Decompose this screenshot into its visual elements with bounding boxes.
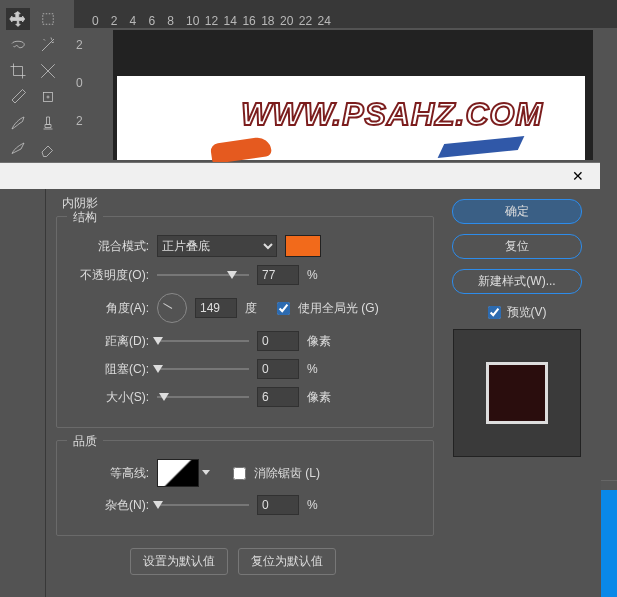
angle-unit: 度 [245, 300, 269, 317]
ruler-tick: 18 [261, 14, 280, 28]
noise-label: 杂色(N): [65, 497, 149, 514]
spread-slider[interactable] [157, 362, 249, 376]
brush-tool[interactable] [6, 112, 30, 134]
angle-label: 角度(A): [65, 300, 149, 317]
angle-input[interactable] [195, 298, 237, 318]
blue-shape [438, 136, 525, 158]
move-tool[interactable] [6, 8, 30, 30]
ruler-tick: 2 [111, 14, 130, 28]
history-brush-tool[interactable] [6, 138, 30, 160]
size-slider[interactable] [157, 390, 249, 404]
preview-checkbox[interactable] [488, 306, 501, 319]
size-input[interactable] [257, 387, 299, 407]
ruler-tick: 2 [76, 38, 83, 52]
svg-rect-0 [43, 14, 54, 25]
ruler-tick: 14 [224, 14, 243, 28]
ruler-tick: 4 [130, 14, 149, 28]
left-style-list [0, 189, 46, 597]
new-style-button[interactable]: 新建样式(W)... [452, 269, 582, 294]
ok-button[interactable]: 确定 [452, 199, 582, 224]
noise-slider[interactable] [157, 498, 249, 512]
structure-legend: 结构 [67, 209, 103, 226]
stamp-tool[interactable] [36, 112, 60, 134]
opacity-input[interactable] [257, 265, 299, 285]
opacity-label: 不透明度(O): [65, 267, 149, 284]
reset-button[interactable]: 复位 [452, 234, 582, 259]
slice-tool[interactable] [36, 60, 60, 82]
preview-label: 预览(V) [507, 304, 547, 321]
noise-input[interactable] [257, 495, 299, 515]
angle-dial[interactable] [157, 293, 187, 323]
size-unit: 像素 [307, 389, 331, 406]
crop-tool[interactable] [6, 60, 30, 82]
toolbox [6, 8, 70, 164]
close-button[interactable]: ✕ [562, 165, 594, 187]
distance-input[interactable] [257, 331, 299, 351]
blend-mode-label: 混合模式: [65, 238, 149, 255]
structure-group: 结构 混合模式: 正片叠底 不透明度(O): % 角度(A): [56, 216, 434, 428]
ruler-tick: 8 [167, 14, 186, 28]
set-default-button[interactable]: 设置为默认值 [130, 548, 228, 575]
global-light-label: 使用全局光 (G) [298, 300, 379, 317]
spread-unit: % [307, 362, 331, 376]
opacity-unit: % [307, 268, 331, 282]
artboard-tool[interactable] [36, 8, 60, 30]
ruler-tick: 0 [92, 14, 111, 28]
ruler-tick: 22 [299, 14, 318, 28]
ruler-tick: 16 [242, 14, 261, 28]
blend-mode-select[interactable]: 正片叠底 [157, 235, 277, 257]
orange-shape [210, 136, 272, 164]
quality-legend: 品质 [67, 433, 103, 450]
distance-label: 距离(D): [65, 333, 149, 350]
lasso-tool[interactable] [6, 34, 30, 56]
reset-default-button[interactable]: 复位为默认值 [238, 548, 336, 575]
watermark-text: WWW.PSAHZ.COM [241, 96, 543, 133]
distance-slider[interactable] [157, 334, 249, 348]
ruler-tick: 20 [280, 14, 299, 28]
size-label: 大小(S): [65, 389, 149, 406]
anti-alias-label: 消除锯齿 (L) [254, 465, 320, 482]
color-swatch[interactable] [285, 235, 321, 257]
global-light-checkbox[interactable] [277, 302, 290, 315]
eraser-tool[interactable] [36, 138, 60, 160]
ruler-tick: 24 [318, 14, 337, 28]
quality-group: 品质 等高线: 消除锯齿 (L) 杂色(N): % [56, 440, 434, 536]
anti-alias-checkbox[interactable] [233, 467, 246, 480]
distance-unit: 像素 [307, 333, 331, 350]
patch-tool[interactable] [36, 86, 60, 108]
right-edge-strip [601, 490, 617, 597]
canvas: WWW.PSAHZ.COM [113, 30, 593, 160]
ruler-tick: 0 [76, 76, 83, 90]
magic-wand-tool[interactable] [36, 34, 60, 56]
noise-unit: % [307, 498, 331, 512]
ruler-tick: 10 [186, 14, 205, 28]
ruler-tick: 6 [148, 14, 167, 28]
preview-thumbnail [453, 329, 581, 457]
contour-label: 等高线: [65, 465, 149, 482]
eyedropper-tool[interactable] [6, 86, 30, 108]
ruler-tick: 12 [205, 14, 224, 28]
spread-input[interactable] [257, 359, 299, 379]
opacity-slider[interactable] [157, 268, 249, 282]
contour-picker[interactable] [157, 459, 199, 487]
effect-title: 内阴影 [62, 195, 436, 212]
ruler-tick: 2 [76, 114, 83, 128]
spread-label: 阻塞(C): [65, 361, 149, 378]
layer-style-dialog: ✕ 内阴影 结构 混合模式: 正片叠底 不透明度(O): % [0, 162, 600, 597]
